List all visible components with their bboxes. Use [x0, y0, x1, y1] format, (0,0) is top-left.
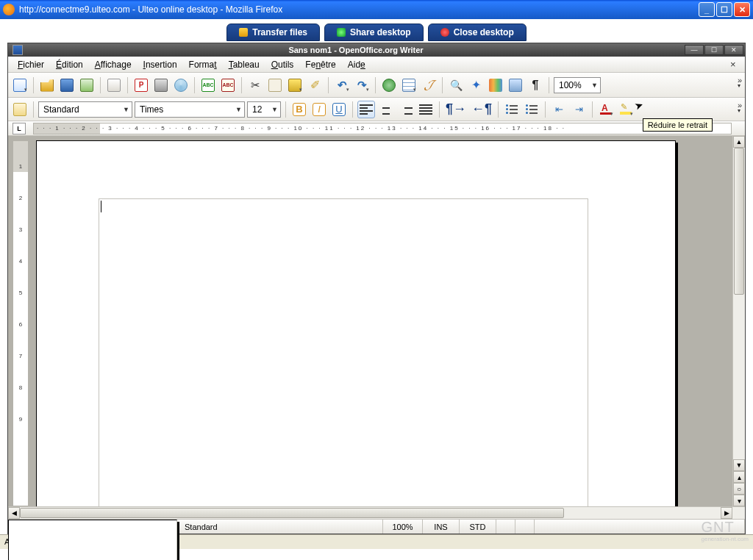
- hyperlink-button[interactable]: [380, 76, 398, 94]
- save-button[interactable]: [58, 76, 76, 94]
- status-modified[interactable]: [496, 520, 515, 534]
- decrease-indent-button[interactable]: ⇤: [550, 101, 568, 118]
- datasources-button[interactable]: [507, 76, 524, 94]
- open-button[interactable]: [38, 76, 56, 94]
- vertical-scrollbar[interactable]: ▲ ▼ ▴ ○ ▾: [732, 136, 745, 506]
- text-frame[interactable]: [99, 198, 588, 506]
- edit-file-button[interactable]: [105, 76, 123, 94]
- menu-aide[interactable]: Aide: [343, 58, 371, 71]
- align-center-button[interactable]: [377, 101, 395, 118]
- menu-format[interactable]: Format: [184, 58, 222, 71]
- email-button[interactable]: [78, 76, 96, 94]
- status-selection-mode[interactable]: STD: [460, 520, 496, 534]
- menu-fenetre[interactable]: Fenêtre: [300, 58, 340, 71]
- scroll-up-button[interactable]: ▲: [733, 136, 745, 148]
- horizontal-scrollbar[interactable]: ◀ ▶: [8, 507, 745, 519]
- print-preview-button[interactable]: [172, 76, 190, 94]
- scroll-thumb[interactable]: [20, 508, 564, 518]
- document-viewport[interactable]: [29, 136, 732, 506]
- save-icon: [60, 79, 74, 92]
- document-close-button[interactable]: ×: [730, 59, 740, 70]
- bullet-list-button[interactable]: [523, 101, 540, 118]
- menu-insertion[interactable]: Insertion: [138, 58, 182, 71]
- oo-minimize-button[interactable]: —: [685, 45, 704, 55]
- print-button[interactable]: [152, 76, 170, 94]
- menu-tableau[interactable]: Tableau: [224, 58, 265, 71]
- export-pdf-button[interactable]: P: [132, 76, 150, 94]
- status-signature[interactable]: [515, 520, 535, 534]
- undo-button[interactable]: ↶: [333, 76, 351, 94]
- horizontal-ruler[interactable]: · · · 1 · · · 2 · · · 3 · · · 4 · · · 5 …: [33, 123, 732, 134]
- scroll-track[interactable]: [733, 148, 745, 459]
- tab-type-button[interactable]: L: [13, 123, 26, 134]
- oo-maximize-button[interactable]: ☐: [704, 45, 724, 55]
- transfer-files-tab[interactable]: Transfer files: [226, 24, 320, 41]
- scroll-track[interactable]: [20, 507, 721, 519]
- highlight-icon: [620, 104, 632, 115]
- highlight-button[interactable]: [617, 101, 635, 118]
- font-name-combo[interactable]: Times▼: [135, 101, 245, 118]
- ltr-button[interactable]: ¶→: [444, 101, 468, 118]
- italic-button[interactable]: I: [310, 101, 328, 118]
- show-draw-button[interactable]: 𝓙: [420, 76, 438, 94]
- align-left-button[interactable]: [357, 101, 375, 118]
- autospell-button[interactable]: ABC: [219, 76, 237, 94]
- font-color-button[interactable]: [597, 101, 615, 118]
- document-page[interactable]: [36, 140, 676, 506]
- horizontal-scroll-row: ◀ ▶: [8, 506, 745, 519]
- share-desktop-tab[interactable]: Share desktop: [324, 24, 424, 41]
- menu-affichage[interactable]: Affichage: [90, 58, 137, 71]
- format-paintbrush-button[interactable]: ✐: [306, 76, 324, 94]
- vertical-ruler[interactable]: 1 2 3 4 5 6 7 8 9: [13, 140, 29, 506]
- maximize-button[interactable]: ☐: [716, 2, 732, 17]
- prev-page-button[interactable]: ▴: [733, 471, 745, 483]
- text-cursor: [101, 201, 101, 212]
- find-button[interactable]: 🔍: [447, 76, 465, 94]
- increase-indent-button[interactable]: ⇥: [570, 101, 588, 118]
- menu-outils[interactable]: Outils: [266, 58, 299, 71]
- paragraph-style-combo[interactable]: Standard▼: [38, 101, 132, 118]
- redo-button[interactable]: ↷: [353, 76, 371, 94]
- insert-table-button[interactable]: [400, 76, 418, 94]
- menu-fichier[interactable]: Fichier: [13, 58, 49, 71]
- status-page-style[interactable]: Standard: [177, 520, 383, 534]
- vruler-tick: 7: [19, 353, 22, 359]
- scroll-left-button[interactable]: ◀: [8, 507, 20, 519]
- copy-button[interactable]: [266, 76, 284, 94]
- scroll-thumb[interactable]: [734, 148, 744, 295]
- scroll-right-button[interactable]: ▶: [721, 507, 732, 519]
- transfer-label: Transfer files: [252, 27, 307, 37]
- oo-close-button[interactable]: ✕: [724, 45, 743, 55]
- dropdown-arrow-icon: ▼: [267, 106, 278, 113]
- toolbar-overflow-button[interactable]: [738, 102, 742, 114]
- close-desktop-tab[interactable]: Close desktop: [428, 24, 527, 41]
- toolbar-overflow-button[interactable]: [738, 77, 742, 89]
- datasources-icon: [509, 79, 522, 92]
- font-size-combo[interactable]: 12▼: [247, 101, 281, 118]
- rtl-button[interactable]: ←¶: [470, 101, 493, 118]
- scroll-down-button[interactable]: ▼: [733, 459, 745, 471]
- new-button[interactable]: [11, 76, 29, 94]
- navigator-button[interactable]: ✦: [467, 76, 485, 94]
- new-icon: [13, 79, 26, 92]
- next-page-button[interactable]: ▾: [733, 495, 745, 506]
- status-insert-mode[interactable]: INS: [423, 520, 460, 534]
- gallery-button[interactable]: [487, 76, 504, 94]
- align-right-button[interactable]: [397, 101, 415, 118]
- nonprinting-button[interactable]: ¶: [527, 76, 544, 94]
- menu-edition[interactable]: Édition: [51, 58, 88, 71]
- underline-button[interactable]: U: [330, 101, 348, 118]
- numbered-list-button[interactable]: [503, 101, 521, 118]
- align-justify-button[interactable]: [417, 101, 435, 118]
- status-page[interactable]: Page 1 / 1: [8, 520, 177, 560]
- nav-object-button[interactable]: ○: [733, 483, 745, 495]
- zoom-combo[interactable]: 100%▼: [554, 77, 601, 93]
- bold-button[interactable]: B: [290, 101, 308, 118]
- close-button[interactable]: ✕: [734, 2, 750, 17]
- spellcheck-button[interactable]: ABC: [199, 76, 217, 94]
- status-zoom[interactable]: 100%: [383, 520, 423, 534]
- minimize-button[interactable]: _: [699, 2, 715, 17]
- paste-button[interactable]: [286, 76, 304, 94]
- styles-button[interactable]: [11, 101, 29, 118]
- cut-button[interactable]: ✂: [246, 76, 264, 94]
